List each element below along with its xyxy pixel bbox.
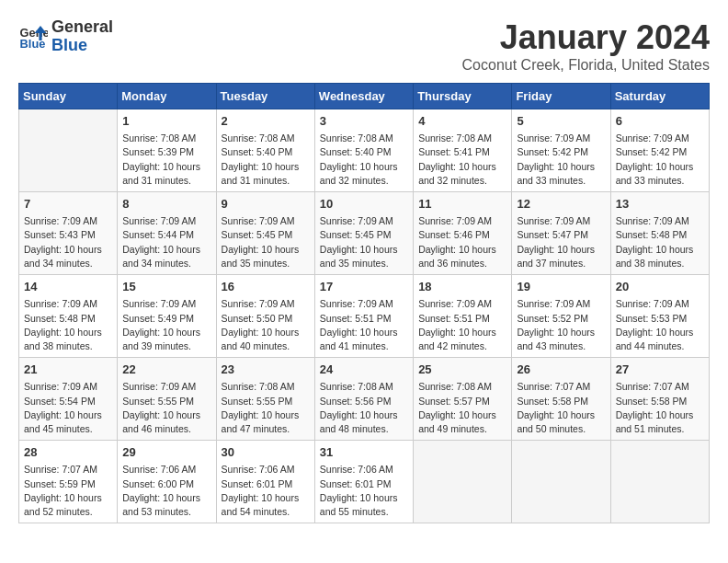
day-number: 16 <box>222 279 310 295</box>
day-number: 26 <box>517 362 605 378</box>
header-monday: Monday <box>118 84 216 109</box>
day-content: Sunrise: 7:09 AM Sunset: 5:43 PM Dayligh… <box>24 214 112 270</box>
day-content: Sunrise: 7:09 AM Sunset: 5:47 PM Dayligh… <box>517 214 605 270</box>
day-number: 21 <box>24 362 112 378</box>
calendar-cell: 25Sunrise: 7:08 AM Sunset: 5:57 PM Dayli… <box>414 358 512 441</box>
day-number: 11 <box>418 196 506 213</box>
page-subtitle: Coconut Creek, Florida, United States <box>462 57 710 74</box>
day-number: 23 <box>222 362 310 378</box>
calendar-week-2: 7Sunrise: 7:09 AM Sunset: 5:43 PM Daylig… <box>19 192 710 275</box>
day-number: 24 <box>320 362 408 378</box>
day-number: 28 <box>24 444 112 461</box>
day-number: 29 <box>122 444 210 461</box>
calendar-cell: 9Sunrise: 7:09 AM Sunset: 5:45 PM Daylig… <box>216 192 314 275</box>
day-number: 31 <box>320 444 408 461</box>
page-title: January 2024 <box>462 18 710 57</box>
calendar-week-5: 28Sunrise: 7:07 AM Sunset: 5:59 PM Dayli… <box>19 441 710 523</box>
day-content: Sunrise: 7:09 AM Sunset: 5:50 PM Dayligh… <box>222 297 310 353</box>
day-content: Sunrise: 7:08 AM Sunset: 5:55 PM Dayligh… <box>222 380 310 436</box>
calendar-cell: 2Sunrise: 7:08 AM Sunset: 5:40 PM Daylig… <box>216 109 314 192</box>
day-content: Sunrise: 7:09 AM Sunset: 5:55 PM Dayligh… <box>122 380 210 436</box>
day-content: Sunrise: 7:08 AM Sunset: 5:39 PM Dayligh… <box>122 132 210 188</box>
calendar-cell: 15Sunrise: 7:09 AM Sunset: 5:49 PM Dayli… <box>118 275 216 358</box>
calendar-table: SundayMondayTuesdayWednesdayThursdayFrid… <box>18 83 710 523</box>
day-number: 27 <box>616 362 704 378</box>
day-number: 18 <box>418 279 506 295</box>
calendar-cell <box>19 109 118 192</box>
day-content: Sunrise: 7:09 AM Sunset: 5:51 PM Dayligh… <box>418 297 506 353</box>
day-content: Sunrise: 7:09 AM Sunset: 5:46 PM Dayligh… <box>418 214 506 270</box>
title-block: January 2024 Coconut Creek, Florida, Uni… <box>462 18 710 74</box>
calendar-week-3: 14Sunrise: 7:09 AM Sunset: 5:48 PM Dayli… <box>19 275 710 358</box>
day-content: Sunrise: 7:09 AM Sunset: 5:53 PM Dayligh… <box>616 297 704 353</box>
day-content: Sunrise: 7:09 AM Sunset: 5:42 PM Dayligh… <box>616 132 704 188</box>
header-thursday: Thursday <box>414 84 512 109</box>
calendar-cell: 8Sunrise: 7:09 AM Sunset: 5:44 PM Daylig… <box>118 192 216 275</box>
day-number: 2 <box>222 113 310 130</box>
day-content: Sunrise: 7:09 AM Sunset: 5:42 PM Dayligh… <box>517 132 605 188</box>
header-wednesday: Wednesday <box>314 84 413 109</box>
calendar-cell <box>512 441 610 523</box>
calendar-cell: 14Sunrise: 7:09 AM Sunset: 5:48 PM Dayli… <box>19 275 118 358</box>
day-content: Sunrise: 7:09 AM Sunset: 5:51 PM Dayligh… <box>320 297 408 353</box>
logo-icon: General Blue <box>18 22 48 52</box>
day-number: 9 <box>222 196 310 213</box>
day-number: 14 <box>24 279 112 295</box>
calendar-cell: 29Sunrise: 7:06 AM Sunset: 6:00 PM Dayli… <box>118 441 216 523</box>
day-content: Sunrise: 7:09 AM Sunset: 5:45 PM Dayligh… <box>320 214 408 270</box>
calendar-cell: 1Sunrise: 7:08 AM Sunset: 5:39 PM Daylig… <box>118 109 216 192</box>
day-content: Sunrise: 7:08 AM Sunset: 5:40 PM Dayligh… <box>320 132 408 188</box>
calendar-week-4: 21Sunrise: 7:09 AM Sunset: 5:54 PM Dayli… <box>19 358 710 441</box>
calendar-cell: 4Sunrise: 7:08 AM Sunset: 5:41 PM Daylig… <box>414 109 512 192</box>
logo: General Blue General Blue <box>18 18 113 55</box>
day-number: 30 <box>222 444 310 461</box>
calendar-cell: 16Sunrise: 7:09 AM Sunset: 5:50 PM Dayli… <box>216 275 314 358</box>
logo-text-line1: General <box>51 18 113 37</box>
day-content: Sunrise: 7:08 AM Sunset: 5:41 PM Dayligh… <box>418 132 506 188</box>
day-number: 22 <box>122 362 210 378</box>
calendar-cell: 26Sunrise: 7:07 AM Sunset: 5:58 PM Dayli… <box>512 358 610 441</box>
day-number: 8 <box>122 196 210 213</box>
calendar-cell: 22Sunrise: 7:09 AM Sunset: 5:55 PM Dayli… <box>118 358 216 441</box>
header-friday: Friday <box>512 84 610 109</box>
day-content: Sunrise: 7:09 AM Sunset: 5:48 PM Dayligh… <box>616 214 704 270</box>
day-number: 10 <box>320 196 408 213</box>
calendar-cell: 18Sunrise: 7:09 AM Sunset: 5:51 PM Dayli… <box>414 275 512 358</box>
calendar-cell: 28Sunrise: 7:07 AM Sunset: 5:59 PM Dayli… <box>19 441 118 523</box>
calendar-cell: 24Sunrise: 7:08 AM Sunset: 5:56 PM Dayli… <box>314 358 413 441</box>
header-sunday: Sunday <box>19 84 118 109</box>
day-content: Sunrise: 7:07 AM Sunset: 5:58 PM Dayligh… <box>517 380 605 436</box>
day-content: Sunrise: 7:09 AM Sunset: 5:54 PM Dayligh… <box>24 380 112 436</box>
calendar-cell: 5Sunrise: 7:09 AM Sunset: 5:42 PM Daylig… <box>512 109 610 192</box>
day-number: 20 <box>616 279 704 295</box>
day-number: 6 <box>616 113 704 130</box>
day-content: Sunrise: 7:09 AM Sunset: 5:44 PM Dayligh… <box>122 214 210 270</box>
calendar-cell: 21Sunrise: 7:09 AM Sunset: 5:54 PM Dayli… <box>19 358 118 441</box>
day-content: Sunrise: 7:08 AM Sunset: 5:56 PM Dayligh… <box>320 380 408 436</box>
day-content: Sunrise: 7:08 AM Sunset: 5:57 PM Dayligh… <box>418 380 506 436</box>
day-content: Sunrise: 7:06 AM Sunset: 6:01 PM Dayligh… <box>222 463 310 519</box>
day-number: 7 <box>24 196 112 213</box>
day-content: Sunrise: 7:07 AM Sunset: 5:59 PM Dayligh… <box>24 463 112 519</box>
day-number: 19 <box>517 279 605 295</box>
day-number: 15 <box>122 279 210 295</box>
calendar-cell <box>610 441 709 523</box>
calendar-cell: 11Sunrise: 7:09 AM Sunset: 5:46 PM Dayli… <box>414 192 512 275</box>
calendar-cell <box>414 441 512 523</box>
day-content: Sunrise: 7:09 AM Sunset: 5:48 PM Dayligh… <box>24 297 112 353</box>
day-number: 12 <box>517 196 605 213</box>
calendar-cell: 19Sunrise: 7:09 AM Sunset: 5:52 PM Dayli… <box>512 275 610 358</box>
calendar-cell: 7Sunrise: 7:09 AM Sunset: 5:43 PM Daylig… <box>19 192 118 275</box>
calendar-cell: 10Sunrise: 7:09 AM Sunset: 5:45 PM Dayli… <box>314 192 413 275</box>
calendar-cell: 6Sunrise: 7:09 AM Sunset: 5:42 PM Daylig… <box>610 109 709 192</box>
page-header: General Blue General Blue January 2024 C… <box>18 18 710 74</box>
calendar-cell: 12Sunrise: 7:09 AM Sunset: 5:47 PM Dayli… <box>512 192 610 275</box>
day-number: 13 <box>616 196 704 213</box>
calendar-cell: 13Sunrise: 7:09 AM Sunset: 5:48 PM Dayli… <box>610 192 709 275</box>
calendar-week-1: 1Sunrise: 7:08 AM Sunset: 5:39 PM Daylig… <box>19 109 710 192</box>
calendar-cell: 17Sunrise: 7:09 AM Sunset: 5:51 PM Dayli… <box>314 275 413 358</box>
calendar-header-row: SundayMondayTuesdayWednesdayThursdayFrid… <box>19 84 710 109</box>
day-number: 4 <box>418 113 506 130</box>
day-number: 5 <box>517 113 605 130</box>
day-content: Sunrise: 7:07 AM Sunset: 5:58 PM Dayligh… <box>616 380 704 436</box>
